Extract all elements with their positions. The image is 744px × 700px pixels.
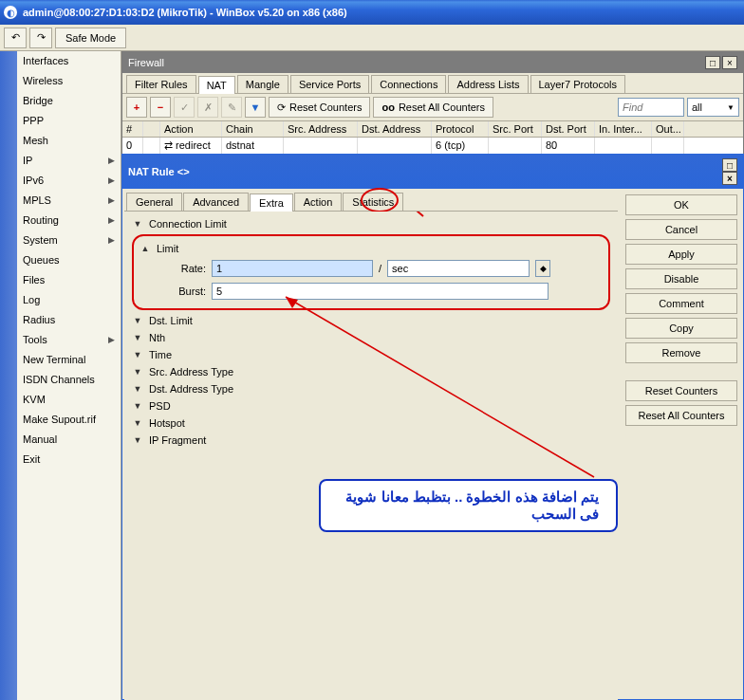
filter-all-dropdown[interactable]: all▼ [687, 98, 739, 117]
burst-label: Burst: [140, 286, 206, 297]
menu-item-mesh[interactable]: Mesh [17, 131, 121, 151]
menu-item-interfaces[interactable]: Interfaces [17, 51, 121, 71]
burst-input[interactable] [212, 283, 549, 300]
column-header[interactable]: # [122, 121, 143, 137]
column-header[interactable]: Src. Address [284, 121, 358, 137]
remove-button[interactable]: Remove [625, 342, 737, 363]
nat-form: ▼Connection Limit ▲Limit Rate: / sec ◆ [124, 212, 618, 700]
column-header[interactable]: Action [160, 121, 222, 137]
section-nth[interactable]: ▼Nth [132, 329, 610, 346]
nat-tab-statistics[interactable]: Statistics [343, 193, 403, 211]
firewall-toolbar: + − ✓ ✗ ✎ ▼ ⟳Reset Counters ooReset All … [122, 94, 743, 121]
firewall-tab-connections[interactable]: Connections [371, 75, 446, 93]
firewall-tab-service-ports[interactable]: Service Ports [290, 75, 369, 93]
column-header[interactable]: Dst. Port [542, 121, 595, 137]
menu-item-ppp[interactable]: PPP [17, 111, 121, 131]
reset-all-counters-button[interactable]: Reset All Counters [625, 405, 737, 426]
menu-item-exit[interactable]: Exit [17, 450, 121, 470]
app-icon: ◐ [4, 6, 17, 19]
ok-button[interactable]: OK [625, 194, 737, 215]
enable-button[interactable]: ✓ [174, 97, 195, 118]
menu-item-bridge[interactable]: Bridge [17, 91, 121, 111]
firewall-tab-mangle[interactable]: Mangle [237, 75, 288, 93]
filter-button[interactable]: ▼ [245, 97, 266, 118]
section-ip-fragment[interactable]: ▼IP Fragment [132, 432, 610, 449]
nat-tab-action[interactable]: Action [294, 193, 343, 211]
table-cell: 80 [542, 138, 595, 154]
firewall-close-button[interactable]: × [722, 56, 737, 69]
remove-button[interactable]: − [150, 97, 171, 118]
menu-item-wireless[interactable]: Wireless [17, 71, 121, 91]
undo-button[interactable]: ↶ [4, 28, 27, 48]
comment-button[interactable]: ✎ [221, 97, 242, 118]
menu-item-files[interactable]: Files [17, 270, 121, 290]
reset-counters-button[interactable]: Reset Counters [625, 380, 737, 401]
disable-button[interactable]: ✗ [197, 97, 218, 118]
table-cell [284, 138, 358, 154]
menu-item-kvm[interactable]: KVM [17, 390, 121, 410]
menu-item-system[interactable]: System▶ [17, 230, 121, 250]
column-header[interactable]: Chain [222, 121, 284, 137]
section-src-addr-type[interactable]: ▼Src. Address Type [132, 363, 610, 380]
menu-item-ip[interactable]: IP▶ [17, 151, 121, 171]
disable-button[interactable]: Disable [625, 268, 737, 289]
section-dst-limit[interactable]: ▼Dst. Limit [132, 312, 610, 329]
rate-input[interactable] [212, 260, 373, 277]
menu-item-routing[interactable]: Routing▶ [17, 211, 121, 230]
rate-unit-arrow[interactable]: ◆ [535, 260, 550, 277]
firewall-minimize-button[interactable]: □ [705, 56, 720, 69]
menu-item-ipv6[interactable]: IPv6▶ [17, 171, 121, 191]
reset-counters-button[interactable]: ⟳Reset Counters [269, 97, 370, 118]
section-hotspot[interactable]: ▼Hotspot [132, 414, 610, 432]
menu-item-radius[interactable]: Radius [17, 310, 121, 330]
firewall-tab-address-lists[interactable]: Address Lists [448, 75, 528, 93]
menu-item-mpls[interactable]: MPLS▶ [17, 191, 121, 211]
section-dst-addr-type[interactable]: ▼Dst. Address Type [132, 380, 610, 397]
nat-tabs: GeneralAdvancedExtraActionStatistics [124, 191, 618, 212]
column-header[interactable]: Dst. Address [358, 121, 432, 137]
column-header[interactable]: Out... [652, 121, 684, 137]
menu-item-isdn-channels[interactable]: ISDN Channels [17, 370, 121, 390]
section-connection-limit[interactable]: ▼Connection Limit [132, 215, 610, 232]
reset-all-counters-button[interactable]: ooReset All Counters [373, 97, 493, 118]
firewall-tab-layer7-protocols[interactable]: Layer7 Protocols [530, 75, 626, 93]
table-cell [143, 138, 160, 154]
firewall-tab-filter-rules[interactable]: Filter Rules [126, 75, 196, 93]
nat-title-text: NAT Rule <> [128, 166, 190, 177]
menu-item-manual[interactable]: Manual [17, 430, 121, 450]
comment-button[interactable]: Comment [625, 293, 737, 314]
firewall-titlebar: Firewall □ × [122, 52, 743, 73]
nat-minimize-button[interactable]: □ [722, 158, 737, 172]
add-button[interactable]: + [126, 97, 147, 118]
column-header[interactable]: Protocol [432, 121, 489, 137]
menu-item-new-terminal[interactable]: New Terminal [17, 350, 121, 370]
cancel-button[interactable]: Cancel [625, 219, 737, 240]
nat-tab-general[interactable]: General [126, 193, 182, 211]
section-limit[interactable]: ▲Limit [140, 240, 603, 257]
nat-close-button[interactable]: × [722, 172, 737, 185]
table-cell [358, 138, 432, 154]
menu-item-log[interactable]: Log [17, 290, 121, 310]
firewall-row[interactable]: 0⇄ redirectdstnat6 (tcp)80 [122, 138, 743, 155]
firewall-tab-nat[interactable]: NAT [198, 76, 235, 94]
table-cell [595, 138, 652, 154]
menu-item-queues[interactable]: Queues [17, 250, 121, 270]
menu-item-make-supout-rif[interactable]: Make Supout.rif [17, 410, 121, 430]
section-psd[interactable]: ▼PSD [132, 397, 610, 414]
apply-button[interactable]: Apply [625, 244, 737, 265]
nat-tab-extra[interactable]: Extra [250, 193, 293, 212]
copy-button[interactable]: Copy [625, 318, 737, 339]
menu-item-tools[interactable]: Tools▶ [17, 330, 121, 350]
section-time[interactable]: ▼Time [132, 346, 610, 363]
table-cell: ⇄ redirect [160, 138, 222, 154]
redo-button[interactable]: ↷ [29, 28, 52, 48]
column-header[interactable]: Src. Port [489, 121, 542, 137]
find-input[interactable] [618, 98, 684, 117]
column-header[interactable]: In. Inter... [595, 121, 652, 137]
rate-unit-select[interactable]: sec [387, 260, 530, 277]
rate-label: Rate: [140, 263, 206, 274]
safe-mode-button[interactable]: Safe Mode [55, 28, 126, 48]
column-header[interactable] [143, 121, 160, 137]
window-titlebar: ◐ admin@08:00:27:D1:03:D2 (MikroTik) - W… [0, 0, 744, 25]
nat-tab-advanced[interactable]: Advanced [183, 193, 249, 211]
